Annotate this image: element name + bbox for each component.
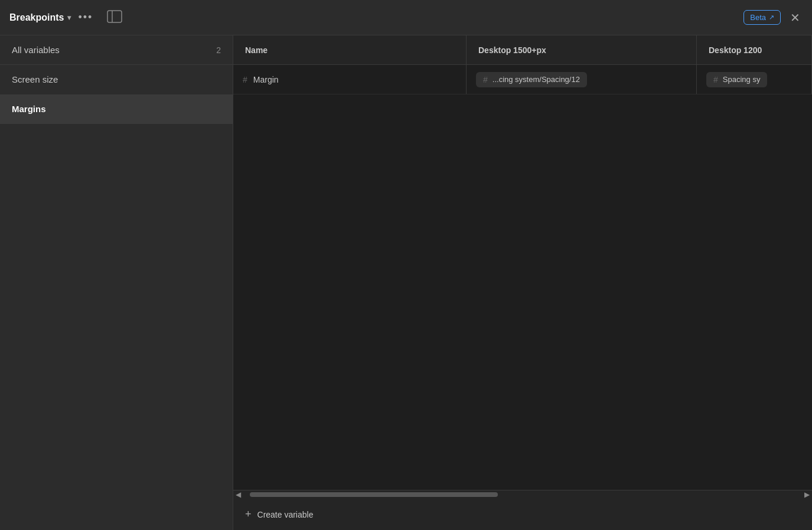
plus-icon: +: [245, 508, 252, 521]
create-variable-bar[interactable]: + Create variable: [233, 499, 812, 530]
hash-icon: #: [483, 75, 488, 84]
table-header-desktop-1200: Desktop 1200: [697, 35, 812, 64]
table-cell-desktop-1200[interactable]: # Spacing sy: [697, 65, 812, 94]
title-text: Breakpoints: [9, 12, 64, 23]
scrollbar-thumb[interactable]: [250, 492, 498, 497]
scroll-arrow-right-icon[interactable]: ▶: [804, 490, 810, 499]
sidebar-item-label: All variables: [12, 45, 60, 55]
svg-rect-0: [107, 11, 122, 22]
chevron-down-icon[interactable]: ▾: [67, 14, 71, 22]
variable-name: Margin: [253, 75, 279, 84]
cell-value-pill-1500[interactable]: # ...cing system/Spacing/12: [476, 72, 587, 87]
scrollbar-track[interactable]: ◀ ▶: [233, 490, 812, 499]
create-variable-label: Create variable: [257, 510, 314, 519]
app-container: Breakpoints ▾ ••• Beta ↗ ✕: [0, 0, 812, 530]
sidebar-item-label: Screen size: [12, 74, 58, 84]
header-right: Beta ↗ ✕: [743, 9, 803, 26]
table-body: # Margin # ...cing system/Spacing/12 # S…: [233, 65, 812, 490]
panel-toggle-icon[interactable]: [107, 10, 122, 25]
beta-button[interactable]: Beta ↗: [743, 10, 781, 25]
table-row[interactable]: # Margin # ...cing system/Spacing/12 # S…: [233, 65, 812, 94]
beta-label: Beta: [750, 13, 766, 22]
table-header-desktop-1500: Desktop 1500+px: [467, 35, 697, 64]
table-header-name: Name: [233, 35, 467, 64]
cell-value-text-1200: Spacing sy: [723, 75, 761, 84]
close-icon: ✕: [790, 11, 800, 24]
table-header: Name Desktop 1500+px Desktop 1200: [233, 35, 812, 65]
cell-value-pill-1200[interactable]: # Spacing sy: [706, 72, 767, 87]
header: Breakpoints ▾ ••• Beta ↗ ✕: [0, 0, 812, 35]
table-cell-name: # Margin: [233, 65, 467, 94]
sidebar: All variables 2 Screen size Margins: [0, 35, 233, 530]
close-button[interactable]: ✕: [788, 9, 803, 26]
hash-icon: #: [243, 75, 247, 84]
content-area: Name Desktop 1500+px Desktop 1200 # Marg…: [233, 35, 812, 530]
sidebar-item-label: Margins: [12, 104, 46, 114]
breakpoints-title: Breakpoints ▾: [9, 12, 71, 23]
table-cell-desktop-1500[interactable]: # ...cing system/Spacing/12: [467, 65, 697, 94]
sidebar-item-margins[interactable]: Margins: [0, 94, 233, 124]
header-left: Breakpoints ▾ •••: [9, 10, 122, 25]
more-options-icon[interactable]: •••: [78, 11, 93, 24]
sidebar-item-count: 2: [216, 45, 221, 55]
sidebar-item-screen-size[interactable]: Screen size: [0, 65, 233, 94]
scroll-arrow-left-icon[interactable]: ◀: [236, 490, 241, 499]
external-link-icon: ↗: [769, 14, 774, 21]
cell-value-text-1500: ...cing system/Spacing/12: [493, 75, 580, 84]
hash-icon: #: [713, 75, 718, 84]
sidebar-item-all-variables[interactable]: All variables 2: [0, 35, 233, 65]
main-layout: All variables 2 Screen size Margins Name…: [0, 35, 812, 530]
bottom-bar: ◀ ▶ + Create variable: [233, 490, 812, 530]
